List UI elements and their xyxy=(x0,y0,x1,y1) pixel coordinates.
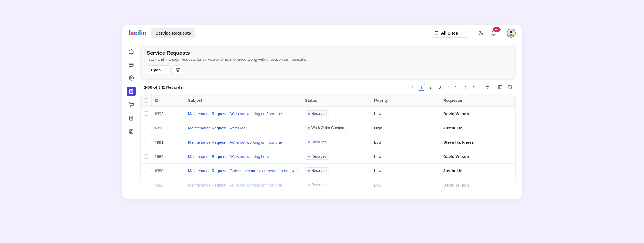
site-selector[interactable]: All Sites xyxy=(431,29,468,38)
table-row[interactable]: #992 Maintenance Request : water leak Wo… xyxy=(141,121,515,135)
pagination-page-3[interactable]: 3 xyxy=(436,84,443,91)
header-tab-service-requests[interactable]: Service Requests xyxy=(151,28,195,38)
status-badge: Resolved xyxy=(305,182,329,188)
row-subject-link[interactable]: Maintenance Request : water leak xyxy=(185,122,302,134)
row-subject-link[interactable]: Maintenance Request : AC is not working … xyxy=(185,179,302,191)
sidebar-item-reports[interactable] xyxy=(127,114,136,123)
building-icon xyxy=(434,31,439,35)
row-priority: High xyxy=(371,122,440,134)
status-filter-dropdown[interactable]: Open xyxy=(147,65,171,74)
pagination-page-4[interactable]: 4 xyxy=(445,84,452,91)
table-header-row: ID Subject Status Priority Requester xyxy=(141,94,515,107)
row-requester: David Wilson xyxy=(440,108,515,120)
status-dot-icon xyxy=(308,156,310,157)
filter-button[interactable] xyxy=(173,65,182,74)
row-subject-link[interactable]: Maintenance Request : AC is not working … xyxy=(185,136,302,148)
row-requester: Justin Lin xyxy=(440,165,515,177)
row-checkbox[interactable] xyxy=(144,169,148,173)
status-label: Work Order Created xyxy=(311,126,344,130)
column-header-subject[interactable]: Subject xyxy=(185,94,302,106)
header-bar: facilio Service Requests All Sites xyxy=(122,25,522,42)
sidebar-item-service-requests[interactable] xyxy=(127,87,136,96)
row-id: #991 xyxy=(152,136,185,148)
status-badge: Resolved xyxy=(305,153,329,160)
sidebar-item-inventory[interactable] xyxy=(127,100,136,109)
svg-point-10 xyxy=(131,130,132,132)
row-status-cell: Work Order Created xyxy=(302,121,371,135)
row-checkbox[interactable] xyxy=(144,111,148,116)
main-content: Service Requests Track and manage reques… xyxy=(140,42,522,199)
sidebar-item-home[interactable] xyxy=(127,47,136,56)
sidebar-item-workorders[interactable] xyxy=(127,60,136,69)
table-toolbar: 1-50 of 341 Records 1234⋯7 xyxy=(140,80,516,94)
row-height-button[interactable] xyxy=(484,84,491,91)
column-settings-button[interactable] xyxy=(497,84,504,91)
pagination-page-7[interactable]: 7 xyxy=(461,84,468,91)
row-id: #989 xyxy=(152,151,185,163)
status-label: Resolved xyxy=(311,140,327,144)
svg-rect-0 xyxy=(435,32,438,35)
row-requester: Steve Harkness xyxy=(440,136,515,148)
sidebar xyxy=(122,42,140,199)
service-requests-table: ID Subject Status Priority Requester #99… xyxy=(140,94,516,193)
table-row[interactable]: #987 Maintenance Request : AC is not wor… xyxy=(141,178,515,192)
row-priority: Low xyxy=(371,136,440,148)
svg-point-6 xyxy=(130,107,131,107)
pagination-prev-button[interactable] xyxy=(409,84,416,90)
sidebar-item-settings[interactable] xyxy=(127,74,136,83)
row-checkbox-cell xyxy=(141,165,152,176)
pagination-page-1[interactable]: 1 xyxy=(418,84,425,91)
table-row[interactable]: #988 Maintenance Request : Gate at secon… xyxy=(141,164,515,178)
column-header-id[interactable]: ID xyxy=(152,94,185,106)
status-badge: Resolved xyxy=(305,139,329,145)
column-header-status[interactable]: Status xyxy=(302,94,371,106)
chevron-down-icon xyxy=(163,68,167,72)
row-status-cell: Resolved xyxy=(302,149,371,163)
row-priority: Low xyxy=(371,179,440,191)
row-id: #988 xyxy=(152,165,185,177)
row-id: #987 xyxy=(152,179,185,191)
status-filter-label: Open xyxy=(151,68,161,72)
pagination-page-2[interactable]: 2 xyxy=(427,84,434,91)
column-header-priority[interactable]: Priority xyxy=(371,94,440,106)
site-selector-label: All Sites xyxy=(441,31,458,36)
row-checkbox-cell xyxy=(141,151,152,162)
row-checkbox-cell xyxy=(141,179,152,191)
status-dot-icon xyxy=(308,113,310,115)
table-row[interactable]: #989 Maintenance Request : AC is not wor… xyxy=(141,149,515,164)
table-row[interactable]: #993 Maintenance Request : AC is not wor… xyxy=(141,107,515,121)
status-badge: Work Order Created xyxy=(305,125,347,131)
pagination-ellipsis: ⋯ xyxy=(454,84,459,91)
pagination: 1234⋯7 xyxy=(409,84,478,91)
row-priority: Low xyxy=(371,151,440,163)
svg-point-7 xyxy=(133,107,133,107)
row-status-cell: Resolved xyxy=(302,135,371,149)
row-id: #992 xyxy=(152,122,185,134)
notifications-button[interactable]: 99+ xyxy=(489,29,498,37)
status-dot-icon xyxy=(308,127,310,129)
row-requester: David Wilson xyxy=(440,151,515,163)
pagination-next-button[interactable] xyxy=(470,84,478,90)
row-priority: Low xyxy=(371,165,440,177)
notification-badge: 99+ xyxy=(493,27,501,32)
sidebar-item-contacts[interactable] xyxy=(127,127,136,136)
row-checkbox[interactable] xyxy=(144,126,148,130)
row-subject-link[interactable]: Maintenance Request : AC is not working … xyxy=(185,108,302,120)
row-id: #993 xyxy=(152,108,185,120)
status-dot-icon xyxy=(308,141,310,143)
row-checkbox[interactable] xyxy=(144,183,148,187)
avatar[interactable] xyxy=(507,29,516,38)
row-subject-link[interactable]: Maintenance Request : Gate at second blo… xyxy=(185,165,302,177)
row-checkbox[interactable] xyxy=(144,154,148,159)
logo[interactable]: facilio xyxy=(128,29,146,37)
column-header-requester[interactable]: Requester xyxy=(440,94,515,106)
row-subject-link[interactable]: Maintenance Request : AC is not working … xyxy=(185,151,302,163)
status-label: Resolved xyxy=(311,111,327,116)
page-title: Service Requests xyxy=(147,50,509,56)
row-checkbox[interactable] xyxy=(144,140,148,144)
row-checkbox-cell xyxy=(141,122,152,134)
select-all-checkbox[interactable] xyxy=(144,98,148,103)
table-row[interactable]: #991 Maintenance Request : AC is not wor… xyxy=(141,135,515,149)
search-list-button[interactable] xyxy=(507,84,513,91)
theme-toggle-button[interactable] xyxy=(477,29,485,37)
